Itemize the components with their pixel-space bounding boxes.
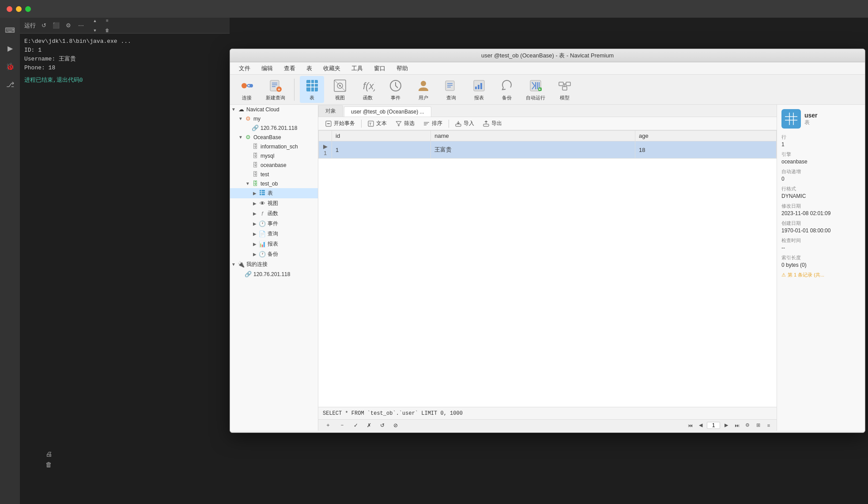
confirm-btn[interactable]: ✓ <box>350 421 362 429</box>
col-age[interactable]: age <box>635 131 777 141</box>
next-page-btn[interactable]: ▶ <box>722 421 731 430</box>
print-icon[interactable]: 🖨 <box>44 449 53 458</box>
user-btn[interactable]: 用户 <box>411 76 435 103</box>
tree-table[interactable]: ▶ 表 <box>230 188 318 198</box>
tree-backup[interactable]: ▶ 🕐 备份 <box>230 249 318 259</box>
tab-table[interactable]: user @test_ob (OceanBase) ... <box>344 106 431 117</box>
refresh-btn[interactable]: ↺ <box>377 421 388 429</box>
tree-my[interactable]: ▼ ⚙ my <box>230 114 318 123</box>
model-btn[interactable]: 模型 <box>552 76 577 103</box>
import-btn[interactable]: 导入 <box>452 119 478 128</box>
first-page-btn[interactable]: ⏮ <box>686 421 694 430</box>
run-stop-icon[interactable]: ⬛ <box>52 21 60 30</box>
list-view-btn[interactable]: ≡ <box>764 421 773 430</box>
query-btn[interactable]: 查询 <box>439 76 463 103</box>
cell-id[interactable]: 1 <box>332 141 431 159</box>
menu-favorites[interactable]: 收藏夹 <box>319 63 345 74</box>
event-btn[interactable]: 事件 <box>383 76 408 103</box>
tree-navicat-cloud[interactable]: ▼ ☁ Navicat Cloud <box>230 105 318 114</box>
info-type: 表 <box>804 119 818 126</box>
clear-filter-btn[interactable]: ⊘ <box>390 421 401 429</box>
run-clear-icon[interactable]: 🗑 <box>103 26 112 35</box>
grid-view-btn[interactable]: ⊞ <box>754 421 762 430</box>
sql-text: SELECT * FROM `test_ob`.`user` LIMIT 0, … <box>323 410 463 417</box>
table-toolbar: 开始事务 T 文本 筛选 排序 导入 <box>318 117 777 130</box>
backup-label: 备份 <box>502 95 512 101</box>
menu-edit[interactable]: 编辑 <box>257 63 277 74</box>
delete-row-btn[interactable]: － <box>336 421 348 430</box>
text-btn[interactable]: T 文本 <box>364 119 390 128</box>
tree-query[interactable]: ▶ 📄 查询 <box>230 229 318 239</box>
tree-event[interactable]: ▶ 🕐 事件 <box>230 219 318 229</box>
function-icon: f(x) <box>360 78 376 94</box>
svg-rect-34 <box>559 82 563 86</box>
tree-oceanbase[interactable]: ▼ ⚙ OceanBase <box>230 133 318 142</box>
menu-view[interactable]: 查看 <box>279 63 300 74</box>
debug-icon[interactable]: 🐞 <box>2 58 18 74</box>
svg-text:T: T <box>369 122 372 126</box>
terminal-icon[interactable]: ⌨ <box>2 22 18 38</box>
new-query-btn[interactable]: + 新建查询 <box>262 76 289 103</box>
view-btn[interactable]: 视图 <box>328 76 352 103</box>
table-btn[interactable]: 表 <box>300 76 324 103</box>
auto-run-btn[interactable]: 自动运行 <box>522 76 549 103</box>
git-icon[interactable]: ⎇ <box>2 76 18 92</box>
col-id[interactable]: id <box>332 131 431 141</box>
report-icon <box>471 78 487 94</box>
cell-age[interactable]: 18 <box>635 141 777 159</box>
tree-function[interactable]: ▶ f 函数 <box>230 208 318 219</box>
modify-date-label: 修改日期 <box>781 203 860 209</box>
backup-btn[interactable]: 备份 <box>494 76 519 103</box>
nav-titlebar: user @test_ob (OceanBase) - 表 - Navicat … <box>230 49 865 62</box>
tree-ip1[interactable]: 🔗 120.76.201.118 <box>230 123 318 133</box>
create-date-label: 创建日期 <box>781 220 860 227</box>
row-format-value: DYNAMIC <box>781 193 860 199</box>
filter-btn[interactable]: 筛选 <box>392 119 418 128</box>
export-btn[interactable]: 导出 <box>479 119 506 128</box>
connect-btn[interactable]: + 连接 <box>234 76 259 103</box>
table-row[interactable]: ▶ 1 1 王富贵 18 <box>319 141 777 159</box>
run-icon[interactable]: ▶ <box>2 40 18 56</box>
minimize-button[interactable] <box>16 6 22 12</box>
query-label: 查询 <box>446 95 456 101</box>
tree-mysql[interactable]: 🗄 mysql <box>230 151 318 160</box>
page-input[interactable] <box>707 422 720 429</box>
cell-name[interactable]: 王富贵 <box>431 141 635 159</box>
run-settings-icon[interactable]: ⚙ <box>64 21 73 30</box>
svg-rect-35 <box>566 82 570 86</box>
table-icon <box>304 78 320 94</box>
tree-view[interactable]: ▶ 👁 视图 <box>230 198 318 208</box>
menu-file[interactable]: 文件 <box>234 63 255 74</box>
menu-table[interactable]: 表 <box>302 63 317 74</box>
close-button[interactable] <box>7 6 12 12</box>
tree-info-sch[interactable]: 🗄 information_sch <box>230 142 318 151</box>
run-down-icon[interactable]: ▼ <box>91 26 99 35</box>
sort-btn[interactable]: 排序 <box>420 119 446 128</box>
col-name[interactable]: name <box>431 131 635 141</box>
trash-icon[interactable]: 🗑 <box>44 460 53 469</box>
last-page-btn[interactable]: ⏭ <box>732 421 741 430</box>
run-output-line2: ID: 1 <box>24 46 225 55</box>
tree-ip2[interactable]: 🔗 120.76.201.118 <box>230 269 318 279</box>
maximize-button[interactable] <box>25 6 31 12</box>
prev-page-btn[interactable]: ◀ <box>696 421 705 430</box>
menu-tools[interactable]: 工具 <box>347 63 367 74</box>
menu-help[interactable]: 帮助 <box>392 63 412 74</box>
settings-btn[interactable]: ⚙ <box>743 421 752 430</box>
function-btn[interactable]: f(x) 函数 <box>355 76 380 103</box>
tree-my-connections[interactable]: ▼ 🔌 我的连接 <box>230 259 318 269</box>
begin-event-btn[interactable]: 开始事务 <box>322 119 359 128</box>
tree-test[interactable]: 🗄 test <box>230 170 318 179</box>
tree-oceanbase-db[interactable]: 🗄 oceanbase <box>230 160 318 170</box>
report-btn[interactable]: 报表 <box>467 76 491 103</box>
run-more-icon[interactable]: ⋯ <box>76 21 85 30</box>
add-row-btn[interactable]: ＋ <box>322 421 334 430</box>
tree-report[interactable]: ▶ 📊 报表 <box>230 239 318 249</box>
run-output-line4: Phone: 18 <box>24 64 225 72</box>
discard-btn[interactable]: ✗ <box>363 421 375 429</box>
run-restart-icon[interactable]: ↺ <box>39 21 48 30</box>
tree-test-ob[interactable]: ▼ 🗄 test_ob <box>230 179 318 188</box>
nav-main: ▼ ☁ Navicat Cloud ▼ ⚙ my 🔗 120.76.201.11… <box>230 105 865 431</box>
menu-window[interactable]: 窗口 <box>370 63 390 74</box>
tab-object[interactable]: 对象 <box>318 105 343 117</box>
